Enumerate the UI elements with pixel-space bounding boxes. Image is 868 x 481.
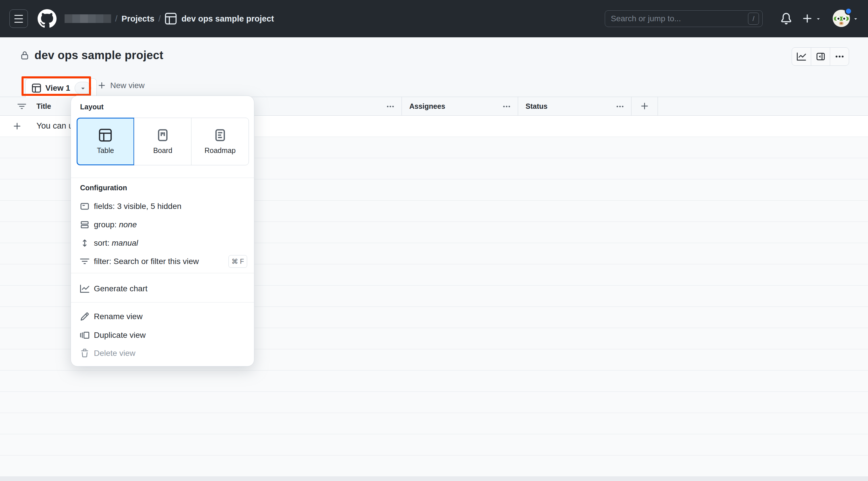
layout-option-table[interactable]: Table [77, 118, 134, 165]
group-label: group: [94, 220, 117, 229]
breadcrumb-separator: / [158, 14, 161, 24]
add-item-hint-text: You can u [36, 121, 73, 131]
rename-view-label: Rename view [94, 312, 143, 321]
project-table-icon [165, 12, 177, 25]
search-shortcut-key: / [748, 12, 759, 25]
filter-shortcut-badge: ⌘ F [228, 255, 247, 268]
layout-option-board[interactable]: Board [134, 118, 191, 165]
menu-item-group[interactable]: group: none [71, 216, 254, 234]
plus-icon [12, 122, 22, 131]
menu-divider [71, 178, 254, 178]
filter-value: Search or filter this view [113, 257, 198, 266]
filter-icon [18, 102, 26, 111]
hamburger-menu-button[interactable] [9, 9, 28, 28]
plus-icon [802, 13, 813, 24]
notification-dot [845, 7, 852, 15]
line-chart-icon [797, 52, 806, 61]
breadcrumb-separator: / [115, 14, 117, 24]
column-label-assignees: Assignees [409, 102, 445, 110]
menu-item-fields[interactable]: fields: 3 visible, 5 hidden [71, 197, 254, 216]
menu-divider [71, 302, 254, 302]
bottom-scroll-strip [0, 477, 868, 481]
trash-icon [80, 349, 89, 358]
chevron-down-icon [815, 16, 821, 22]
add-column-cell [631, 97, 658, 116]
board-layout-icon [156, 129, 169, 142]
fields-note-icon [80, 202, 89, 211]
layout-board-label: Board [153, 147, 173, 155]
configuration-section-heading: Configuration [80, 184, 127, 192]
column-header-status: Status [518, 97, 631, 116]
generate-chart-label: Generate chart [94, 284, 148, 293]
new-view-button[interactable]: New view [98, 81, 145, 90]
breadcrumb-project-name[interactable]: dev ops sample project [181, 14, 274, 24]
view-options-caret-button[interactable] [74, 82, 91, 94]
menu-item-generate-chart[interactable]: Generate chart [71, 280, 254, 298]
kebab-horizontal-icon [386, 102, 394, 110]
line-chart-icon [80, 284, 89, 293]
search-input[interactable] [611, 14, 748, 23]
assignees-column-menu-button[interactable] [502, 102, 512, 111]
top-navbar: / Projects / dev ops sample project / [0, 0, 868, 37]
github-logo-icon[interactable] [38, 9, 57, 28]
column-label-status: Status [526, 102, 547, 110]
group-value: none [119, 220, 136, 229]
filter-label: filter: [94, 257, 112, 266]
layout-section-heading: Layout [80, 103, 104, 111]
menu-item-delete-view: Delete view [71, 344, 254, 362]
menu-item-filter[interactable]: filter: Search or filter this view ⌘ F [71, 252, 254, 270]
kebab-horizontal-icon [503, 102, 510, 110]
lock-icon [20, 51, 29, 60]
group-rows-icon [80, 220, 89, 229]
layout-selector: Table Board Roadmap [76, 118, 249, 165]
global-search[interactable]: / [605, 10, 763, 27]
duplicate-view-label: Duplicate view [94, 331, 146, 340]
kebab-horizontal-icon [616, 102, 624, 110]
new-view-label: New view [110, 81, 145, 90]
column-header-assignees: Assignees [402, 97, 518, 116]
layout-table-label: Table [97, 147, 114, 155]
kebab-horizontal-icon [835, 52, 844, 61]
filter-rows-button[interactable] [17, 101, 27, 111]
delete-view-label: Delete view [94, 349, 135, 358]
project-header-actions [792, 47, 849, 66]
roadmap-layout-icon [214, 129, 227, 142]
fields-value: 3 visible, 5 hidden [117, 202, 181, 211]
page-title: dev ops sample project [34, 49, 163, 62]
insights-button[interactable] [792, 47, 811, 65]
github-projects-screen: / Projects / dev ops sample project / [0, 0, 868, 481]
menu-item-sort[interactable]: sort: manual [71, 234, 254, 252]
view-options-menu: Layout Table Board Roadmap Configuration… [71, 96, 254, 366]
project-title-row: dev ops sample project [20, 49, 163, 62]
redacted-username[interactable] [65, 14, 111, 23]
menu-item-rename-view[interactable]: Rename view [71, 308, 254, 326]
table-layout-icon [99, 129, 112, 142]
notifications-bell-icon[interactable] [780, 13, 792, 24]
plus-icon [98, 81, 106, 90]
filter-icon [80, 257, 89, 266]
project-menu-button[interactable] [830, 47, 849, 65]
layout-roadmap-label: Roadmap [205, 147, 236, 155]
view-tab-label: View 1 [45, 84, 70, 93]
table-layout-icon [32, 84, 41, 93]
menu-divider [71, 273, 254, 273]
sort-arrows-icon [80, 238, 89, 248]
menu-item-duplicate-view[interactable]: Duplicate view [71, 326, 254, 344]
sort-label: sort: [94, 238, 110, 247]
view-tab-active[interactable]: View 1 [25, 78, 97, 97]
sidebar-collapse-icon [816, 52, 825, 61]
chevron-down-icon [853, 16, 859, 22]
side-panel-button[interactable] [811, 47, 830, 65]
title-column-menu-button[interactable] [385, 102, 395, 111]
add-column-plus-button[interactable] [640, 102, 649, 111]
navbar-right-group: / [605, 10, 859, 28]
pencil-icon [80, 312, 89, 321]
fields-label: fields: [94, 202, 115, 211]
create-new-dropdown[interactable] [802, 13, 821, 24]
status-column-menu-button[interactable] [615, 102, 625, 111]
user-avatar[interactable] [833, 10, 850, 28]
breadcrumb-projects-link[interactable]: Projects [121, 14, 154, 24]
layout-option-roadmap[interactable]: Roadmap [191, 118, 249, 165]
column-label-title: Title [36, 102, 51, 110]
triangle-down-icon [80, 85, 86, 92]
